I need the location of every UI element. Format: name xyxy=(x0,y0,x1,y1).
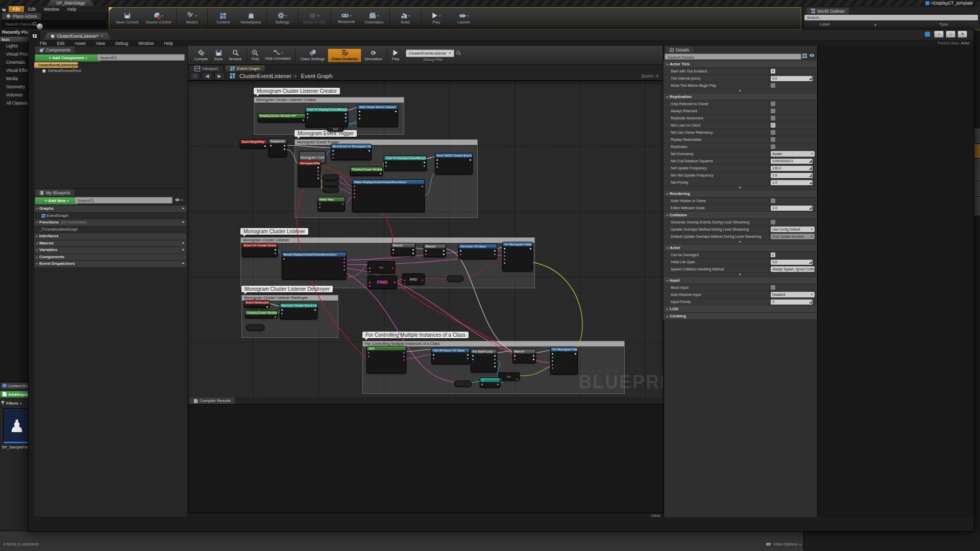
output-pin[interactable] xyxy=(424,162,425,163)
expander-icon[interactable]: ▾ xyxy=(36,247,38,254)
add-new-button[interactable]: + Add New▾ xyxy=(35,197,79,205)
docked-tab-stub[interactable] xyxy=(974,129,980,143)
expander-icon[interactable]: ▸ xyxy=(36,233,38,240)
expander-icon[interactable]: ▾ xyxy=(667,95,668,98)
checkbox[interactable] xyxy=(771,198,775,203)
advanced-expander[interactable]: ▼ xyxy=(664,240,817,244)
node-get-actor-of-class[interactable]: Get Actor Of Class xyxy=(458,244,497,259)
input-pin[interactable] xyxy=(319,203,321,205)
project-tab[interactable]: VP_MainStage xyxy=(47,0,94,6)
asset-label[interactable]: BP_SamplePaw xyxy=(0,445,32,449)
breadcrumb-class[interactable]: ClusterEventListener xyxy=(239,73,291,79)
node-displaycluster-module-api[interactable]: DisplayCluster Module API xyxy=(258,113,306,122)
input-pin[interactable] xyxy=(504,248,505,249)
output-pin[interactable] xyxy=(394,282,396,283)
toolbar-build-button[interactable]: ▾Build xyxy=(391,12,419,25)
input-pin[interactable] xyxy=(460,250,461,252)
input-pin[interactable] xyxy=(369,282,371,283)
checkbox[interactable] xyxy=(771,83,775,88)
dropdown[interactable]: Only Update Movable▼ xyxy=(771,234,815,239)
drag-grip-icon[interactable] xyxy=(809,160,812,163)
output-pin[interactable] xyxy=(345,120,347,122)
component-row-clustereventlistenerself[interactable]: ClusterEventListener(self) xyxy=(34,62,78,68)
bp-toolbar-class-defaults-button[interactable]: Class Defaults xyxy=(328,48,361,62)
tab-cluster-event-listener[interactable]: ClusterEventListener* ✕ xyxy=(44,33,111,40)
output-pin[interactable] xyxy=(275,316,276,318)
bp-toolbar-simulation-button[interactable]: Simulation xyxy=(361,49,385,62)
output-pin[interactable] xyxy=(530,248,531,249)
bp-toolbar-save-button[interactable]: Save xyxy=(211,49,226,62)
node-emit-json-cluster-event[interactable]: Emit JSON Cluster Event xyxy=(435,153,473,174)
output-pin[interactable] xyxy=(403,356,405,357)
drag-grip-icon[interactable] xyxy=(809,300,812,304)
node--[interactable]: + xyxy=(480,378,500,388)
toolbar-source-control-button[interactable]: ▾Source Control xyxy=(142,12,175,25)
output-pin[interactable] xyxy=(345,113,347,115)
graph-tab-event-graph[interactable]: Event Graph xyxy=(225,65,265,71)
input-pin[interactable] xyxy=(319,207,321,208)
output-pin[interactable] xyxy=(284,148,285,150)
node-reroute[interactable] xyxy=(447,276,463,282)
output-pin[interactable] xyxy=(533,359,534,360)
bp-toolbar-hide-unrelated-button[interactable]: ▾Hide Unrelated xyxy=(262,49,293,61)
clear-button[interactable]: Clear xyxy=(638,513,660,518)
checkbox[interactable] xyxy=(771,102,775,106)
input-pin[interactable] xyxy=(552,353,553,355)
dropdown[interactable]: Awake▼ xyxy=(771,151,815,157)
input-pin[interactable] xyxy=(368,352,370,354)
node-break-displayclusterclustereventjson[interactable]: Break DisplayClusterClusterEventJson xyxy=(282,252,347,280)
output-pin[interactable] xyxy=(494,250,496,252)
number-field[interactable]: 225000000.0 xyxy=(771,159,813,164)
node-reroute[interactable] xyxy=(323,187,339,192)
graph-tab-viewport[interactable]: Viewport xyxy=(189,65,224,71)
output-pin[interactable] xyxy=(443,250,445,252)
node--[interactable]: == xyxy=(498,372,520,381)
node-for-each-loop[interactable]: For Each Loop xyxy=(471,349,497,372)
input-pin[interactable] xyxy=(504,259,505,260)
nav-back-button[interactable]: ◀ xyxy=(202,72,212,80)
details-section-replication[interactable]: ▾Replication xyxy=(664,93,817,101)
drag-grip-icon[interactable] xyxy=(809,261,812,264)
column-label[interactable]: Label xyxy=(820,22,830,27)
output-pin[interactable] xyxy=(424,165,425,167)
advanced-expander[interactable]: ▼ xyxy=(664,186,817,190)
dropdown[interactable]: Use Config Default▼ xyxy=(771,227,815,232)
tab-place-actors[interactable]: Place Actors xyxy=(2,13,41,19)
favorite-star-button[interactable]: ☆ xyxy=(190,72,200,80)
add-item-button[interactable]: + xyxy=(182,240,184,247)
input-pin[interactable] xyxy=(307,117,308,118)
node-get-all-actors-of-class[interactable]: Get All Actors Of Class xyxy=(431,348,470,364)
maximize-button[interactable]: □ xyxy=(946,31,955,38)
node-displaycluster-module-api[interactable]: DisplayCluster Module API xyxy=(245,310,278,318)
output-pin[interactable] xyxy=(317,167,319,168)
close-tab-icon[interactable]: ✕ xyxy=(101,34,104,38)
parent-class-value[interactable]: Actor xyxy=(961,41,970,45)
details-section-cooking[interactable]: ▸Cooking xyxy=(664,313,817,320)
checkbox[interactable] xyxy=(771,109,775,113)
input-pin[interactable] xyxy=(369,267,371,269)
input-pin[interactable] xyxy=(425,250,427,252)
node-on-monogram-data[interactable]: On Monogram Data xyxy=(550,347,578,374)
output-pin[interactable] xyxy=(344,258,345,260)
output-pin[interactable] xyxy=(342,203,344,205)
node-reroute[interactable] xyxy=(323,174,339,180)
checkbox[interactable] xyxy=(771,137,775,142)
input-pin[interactable] xyxy=(354,186,355,187)
node-make-map[interactable]: Make Map xyxy=(317,197,345,211)
input-pin[interactable] xyxy=(436,163,438,164)
node-on-monogram-data[interactable]: On Monogram Data xyxy=(502,242,533,271)
input-pin[interactable] xyxy=(369,271,371,272)
checkbox[interactable]: ✓ xyxy=(771,123,775,128)
output-pin[interactable] xyxy=(533,355,534,357)
output-pin[interactable] xyxy=(494,355,496,357)
input-pin[interactable] xyxy=(436,159,438,161)
expander-icon[interactable]: ▾ xyxy=(667,279,668,282)
toolbar-settings-button[interactable]: ▾Settings xyxy=(268,12,296,25)
input-pin[interactable] xyxy=(393,253,394,254)
node-event-on-cluster-event-json[interactable]: Event On Cluster Event Json xyxy=(242,243,278,257)
input-pin[interactable] xyxy=(359,114,360,116)
drag-grip-icon[interactable] xyxy=(809,77,812,80)
drag-grip-icon[interactable] xyxy=(809,174,812,177)
menu-help[interactable]: Help xyxy=(63,6,80,12)
output-pin[interactable] xyxy=(443,254,445,255)
